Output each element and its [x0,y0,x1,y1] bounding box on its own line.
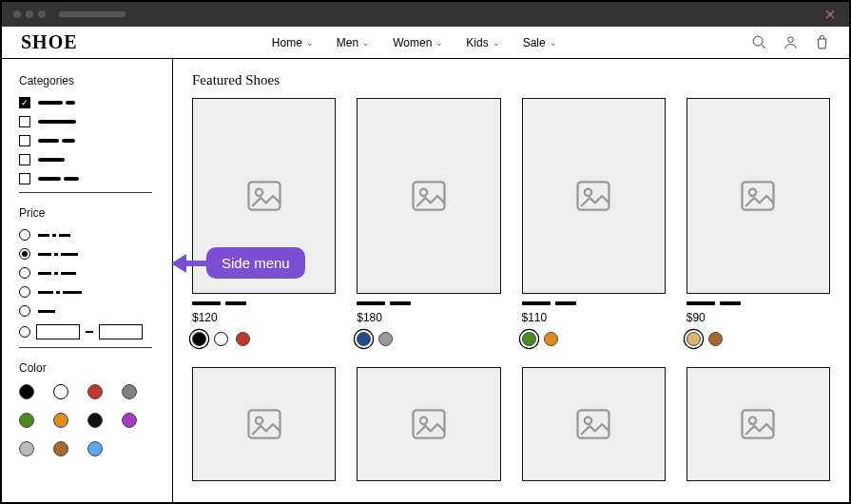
sidebar-price: Price [19,206,155,348]
product-color-swatch[interactable] [708,332,723,346]
product-color-swatch[interactable] [236,332,250,346]
checkbox-icon[interactable] [19,154,30,165]
color-swatch[interactable] [122,384,137,399]
category-label-placeholder [38,177,79,181]
product-name-placeholder [357,301,500,305]
category-option[interactable] [19,154,155,165]
radio-icon[interactable] [19,286,30,298]
sidebar-categories: Categories [19,74,155,193]
content: Categories Price [2,59,849,502]
svg-point-14 [420,417,427,424]
checkbox-icon[interactable] [19,135,30,146]
nav-item-women[interactable]: Women⌄ [393,36,443,49]
window-dot[interactable] [26,10,33,18]
bag-icon[interactable] [814,34,830,50]
product-card[interactable] [192,367,336,481]
product-image-placeholder [357,98,500,294]
product-price: $90 [687,311,830,324]
nav-center: Home⌄ Men⌄ Women⌄ Kids⌄ Sale⌄ [78,36,751,49]
range-dash [86,331,93,333]
color-swatch[interactable] [19,413,34,428]
product-image-placeholder [192,98,336,294]
price-option[interactable] [19,305,155,317]
category-option[interactable] [19,135,155,146]
price-label-placeholder [38,291,82,294]
color-swatch[interactable] [19,441,34,456]
svg-point-12 [255,417,261,424]
price-option[interactable] [19,267,155,279]
close-icon[interactable]: × [824,8,836,21]
category-label-placeholder [38,158,65,162]
product-card[interactable]: $180 [357,98,500,346]
color-swatch[interactable] [53,441,68,456]
radio-icon[interactable] [19,305,30,317]
price-custom-range[interactable] [19,324,155,339]
product-colors [687,332,830,346]
color-swatch[interactable] [53,413,68,428]
color-swatch[interactable] [19,384,34,399]
price-option[interactable] [19,248,155,260]
nav-label: Women [393,36,432,49]
category-option[interactable] [19,97,155,108]
checkbox-checked-icon[interactable] [19,97,30,108]
price-option[interactable] [19,286,155,298]
chevron-down-icon: ⌄ [362,38,370,48]
price-min-input[interactable] [36,324,80,339]
category-option[interactable] [19,173,155,184]
nav-item-sale[interactable]: Sale⌄ [523,36,557,49]
price-option[interactable] [19,229,155,241]
product-image-placeholder [687,367,830,481]
product-color-swatch[interactable] [522,332,536,346]
window-dot[interactable] [13,10,21,18]
nav-item-men[interactable]: Men⌄ [337,36,370,49]
product-card[interactable] [522,367,666,481]
radio-selected-icon[interactable] [19,248,30,260]
navbar: SHOE Home⌄ Men⌄ Women⌄ Kids⌄ Sale⌄ [2,27,849,59]
product-name-placeholder [192,301,336,305]
product-colors [192,332,336,346]
checkbox-icon[interactable] [19,116,30,127]
product-card[interactable]: $120 [192,98,336,346]
checkbox-icon[interactable] [19,173,30,184]
price-label-placeholder [38,234,70,237]
price-max-input[interactable] [99,324,143,339]
product-color-swatch[interactable] [214,332,228,346]
color-swatch[interactable] [53,384,68,399]
product-colors [357,332,500,346]
product-color-swatch[interactable] [544,332,558,346]
nav-item-home[interactable]: Home⌄ [272,36,314,49]
product-card[interactable]: $110 [522,98,666,346]
radio-icon[interactable] [19,267,30,279]
search-icon[interactable] [751,34,767,50]
category-label-placeholder [38,139,75,143]
svg-point-0 [753,36,763,46]
product-color-swatch[interactable] [687,332,701,346]
titlebar-text-placeholder [59,11,126,17]
color-swatch[interactable] [87,413,103,428]
window-dot[interactable] [38,10,46,18]
color-swatch[interactable] [122,413,137,428]
radio-icon[interactable] [19,326,30,338]
color-swatch[interactable] [87,441,103,456]
svg-point-8 [585,189,591,196]
window-controls[interactable] [13,10,46,18]
category-label-placeholder [38,120,76,124]
user-icon[interactable] [783,34,799,50]
svg-point-2 [788,37,794,43]
product-color-swatch[interactable] [357,332,371,346]
logo[interactable]: SHOE [21,31,78,53]
nav-item-kids[interactable]: Kids⌄ [466,36,499,49]
color-swatch[interactable] [87,384,103,399]
product-card[interactable] [687,367,830,481]
product-card[interactable]: $90 [687,98,830,346]
price-label-placeholder [38,272,76,275]
product-meta: $110 [522,301,666,346]
category-option[interactable] [19,116,155,127]
chevron-down-icon: ⌄ [493,38,500,48]
product-color-swatch[interactable] [378,332,393,346]
titlebar: × [2,2,849,27]
radio-icon[interactable] [19,229,30,241]
product-color-swatch[interactable] [192,332,206,346]
product-image-placeholder [192,367,336,481]
product-card[interactable] [357,367,500,481]
